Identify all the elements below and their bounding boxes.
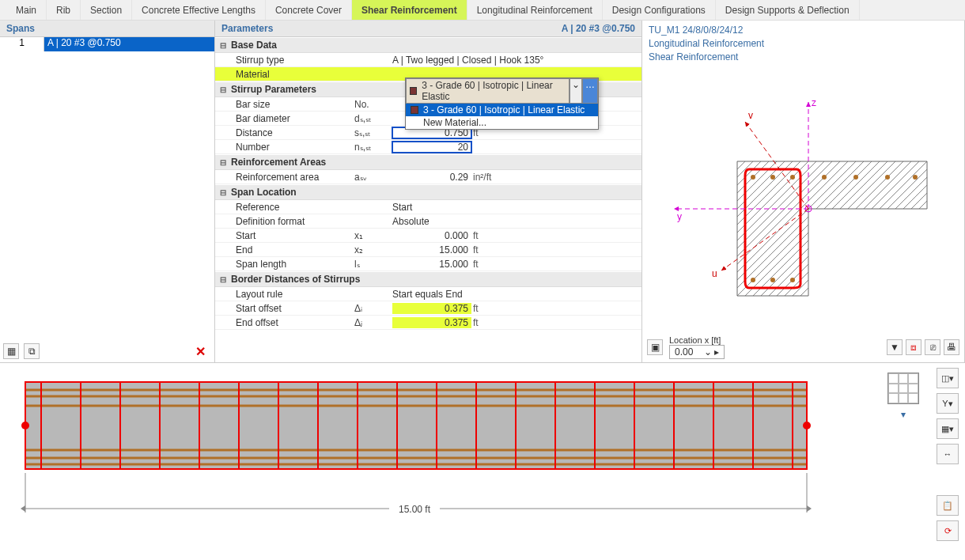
grid-toggle-icon[interactable]: ▦▾ — [937, 418, 959, 439]
tab-shear[interactable]: Shear Reinforcement — [352, 0, 467, 20]
svg-point-48 — [803, 422, 811, 429]
dropdown-item-new[interactable]: New Material... — [406, 116, 598, 129]
row-reference[interactable]: Reference Start — [215, 200, 641, 214]
svg-point-1 — [770, 175, 775, 180]
reset-icon[interactable]: ⟳ — [937, 520, 959, 541]
svg-point-2 — [790, 175, 795, 180]
row-end[interactable]: End x₂ 15.000 ft — [215, 243, 641, 257]
span-row[interactable]: 1 A | 20 #3 @0.750 — [0, 37, 214, 51]
tab-long[interactable]: Longitudinal Reinforcement — [467, 0, 603, 20]
axis-y-icon[interactable]: Y▾ — [937, 393, 959, 414]
svg-point-7 — [751, 278, 755, 282]
location-label: Location x [ft] — [669, 335, 725, 345]
row-start[interactable]: Start x₁ 0.000 ft — [215, 229, 641, 243]
parameters-panel: Parameters A | 20 #3 @0.750 Base Data St… — [215, 21, 642, 362]
section-line2: Longitudinal Reinforcement — [649, 37, 958, 51]
export-icon[interactable]: ⎚ — [925, 339, 940, 355]
svg-point-4 — [853, 175, 858, 180]
spans-panel: Spans 1 A | 20 #3 @0.750 ▦ ⧉ ✕ — [0, 21, 215, 362]
longitudinal-canvas[interactable]: 15.00 ft — [0, 363, 875, 546]
row-layout-rule[interactable]: Layout rule Start equals End — [215, 287, 641, 301]
svg-text:u: u — [712, 268, 717, 279]
dropdown-more-button[interactable]: … — [582, 78, 598, 104]
group-border-distances[interactable]: Border Distances of Stirrups — [215, 271, 641, 287]
dropdown-caret-icon[interactable]: ⌄ — [570, 78, 582, 104]
top-tabs: Main Rib Section Concrete Effective Leng… — [0, 0, 965, 21]
notes-icon[interactable]: 📋 — [937, 495, 959, 516]
row-span-length[interactable]: Span length lₛ 15.000 ft — [215, 257, 641, 271]
svg-point-47 — [21, 422, 29, 429]
tab-section[interactable]: Section — [81, 0, 132, 20]
svg-text:v: v — [748, 110, 753, 121]
params-header: Parameters — [221, 23, 273, 34]
dropdown-item-selected[interactable]: 3 - Grade 60 | Isotropic | Linear Elasti… — [406, 104, 598, 116]
row-end-offset[interactable]: End offset Δⱼ 0.375 ft — [215, 316, 641, 330]
svg-point-3 — [822, 175, 827, 180]
section-name: TU_M1 24/8/0/8/24/12 — [649, 24, 958, 37]
print-icon[interactable]: 🖶 — [944, 339, 959, 355]
svg-point-0 — [751, 175, 755, 180]
svg-text:y: y — [677, 211, 682, 222]
svg-point-9 — [790, 278, 795, 282]
tab-eff-lengths[interactable]: Concrete Effective Lengths — [132, 0, 266, 20]
nav-cube[interactable]: ▾ — [875, 363, 932, 546]
tab-supports[interactable]: Design Supports & Deflection — [716, 0, 860, 20]
row-start-offset[interactable]: Start offset Δᵢ 0.375 ft — [215, 301, 641, 316]
spans-header: Spans — [6, 23, 35, 34]
row-reinf-area[interactable]: Reinforcement area aₛᵥ 0.29 in²/ft — [215, 170, 641, 184]
location-select[interactable]: 0.00⌄ ▸ — [669, 345, 725, 359]
duplicate-span-icon[interactable]: ⧉ — [24, 343, 40, 359]
group-span-location[interactable]: Span Location — [215, 184, 641, 200]
tab-main[interactable]: Main — [6, 0, 47, 20]
layers-icon[interactable]: ⧈ — [906, 339, 921, 355]
group-base-data[interactable]: Base Data — [215, 37, 641, 53]
cube-view-icon[interactable]: ◫▾ — [937, 368, 959, 388]
span-num: 1 — [0, 37, 44, 51]
section-line3: Shear Reinforcement — [649, 51, 958, 64]
svg-text:15.00 ft: 15.00 ft — [399, 504, 431, 515]
svg-point-5 — [885, 175, 890, 180]
span-label: A | 20 #3 @0.750 — [44, 37, 214, 51]
new-span-icon[interactable]: ▦ — [3, 343, 19, 359]
section-3d-canvas[interactable]: z y v u — [642, 66, 964, 304]
view-mode-icon[interactable]: ▣ — [647, 339, 663, 355]
group-reinf-areas[interactable]: Reinforcement Areas — [215, 154, 641, 170]
row-def-format[interactable]: Definition format Absolute — [215, 214, 641, 229]
tab-cover[interactable]: Concrete Cover — [266, 0, 352, 20]
tab-designconfig[interactable]: Design Configurations — [603, 0, 716, 20]
delete-span-icon[interactable]: ✕ — [192, 343, 208, 359]
material-dropdown[interactable]: 3 - Grade 60 | Isotropic | Linear Elasti… — [405, 78, 599, 130]
section-3d-panel: TU_M1 24/8/0/8/24/12 Longitudinal Reinfo… — [642, 21, 965, 362]
params-header-right: A | 20 #3 @0.750 — [562, 23, 635, 34]
filter-icon[interactable]: ▼ — [887, 339, 903, 355]
svg-point-6 — [913, 175, 918, 180]
row-stirrup-type[interactable]: Stirrup type A | Two legged | Closed | H… — [215, 53, 641, 67]
axes-toggle-icon[interactable]: ↔ — [937, 444, 959, 464]
svg-point-8 — [770, 278, 775, 282]
row-number[interactable]: Number nₛ,ₛₜ 20 — [215, 140, 641, 154]
tab-rib[interactable]: Rib — [47, 0, 81, 20]
svg-text:z: z — [812, 97, 816, 108]
